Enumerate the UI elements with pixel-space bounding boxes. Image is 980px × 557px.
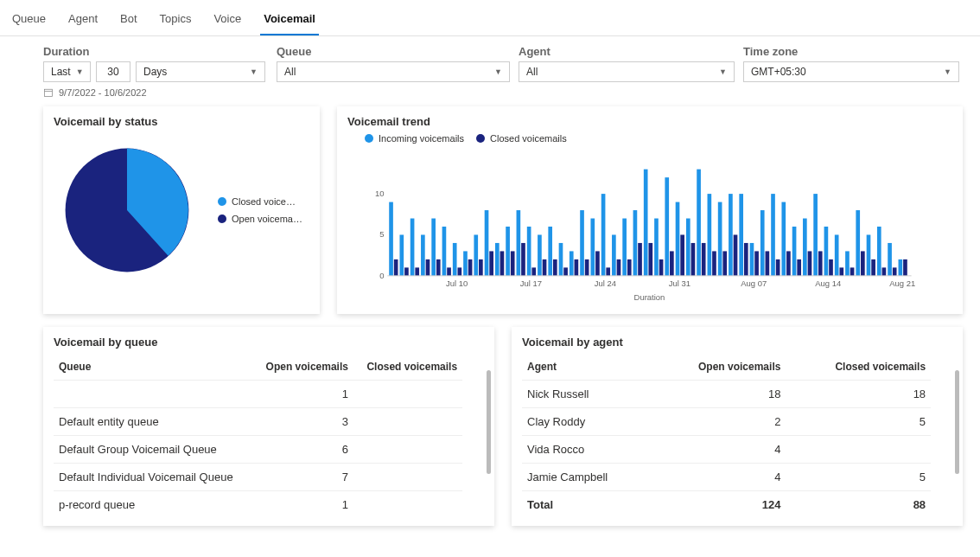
svg-rect-0 <box>45 89 53 96</box>
table-row[interactable]: Nick Russell1818 <box>522 381 931 408</box>
queue-dropdown[interactable]: All▼ <box>277 61 510 82</box>
tab-agent[interactable]: Agent <box>65 7 101 35</box>
svg-rect-89 <box>845 251 850 275</box>
scrollbar[interactable] <box>487 370 491 474</box>
svg-rect-44 <box>606 267 610 275</box>
table-row[interactable]: Vida Rocco4 <box>522 436 931 464</box>
total-row: Total 124 88 <box>522 491 931 519</box>
tab-voice[interactable]: Voice <box>210 7 245 35</box>
svg-rect-16 <box>457 267 461 275</box>
table-row[interactable]: Default entity queue3 <box>54 408 462 436</box>
col-open[interactable]: Open voicemails <box>253 354 353 381</box>
svg-rect-32 <box>543 259 547 276</box>
table-row[interactable]: p-record queue1 <box>54 491 462 519</box>
timezone-label: Time zone <box>743 45 968 58</box>
chevron-down-icon: ▼ <box>714 67 727 76</box>
svg-text:5: 5 <box>379 229 384 239</box>
svg-rect-8 <box>415 267 419 275</box>
duration-unit-dropdown[interactable]: Days▼ <box>136 61 265 82</box>
svg-text:Aug 21: Aug 21 <box>889 278 915 288</box>
svg-rect-14 <box>447 267 451 275</box>
svg-rect-72 <box>754 251 759 275</box>
svg-text:Aug 07: Aug 07 <box>741 278 767 288</box>
svg-rect-100 <box>903 259 907 276</box>
legend-closed[interactable]: Closed voicemails <box>476 133 567 144</box>
svg-rect-73 <box>760 210 765 276</box>
col-closed[interactable]: Closed voicemails <box>353 354 462 381</box>
svg-rect-21 <box>485 210 489 276</box>
agent-table: Agent Open voicemails Closed voicemails … <box>522 354 931 518</box>
svg-rect-66 <box>722 251 727 275</box>
legend-open[interactable]: Open voicema… <box>218 214 302 224</box>
legend-incoming[interactable]: Incoming voicemails <box>365 133 464 144</box>
svg-rect-48 <box>627 259 632 276</box>
chevron-down-icon: ▼ <box>489 67 502 76</box>
timezone-dropdown[interactable]: GMT+05:30▼ <box>743 61 959 82</box>
svg-rect-64 <box>712 251 716 275</box>
chevron-down-icon: ▼ <box>245 67 258 76</box>
svg-rect-11 <box>431 219 436 276</box>
svg-rect-71 <box>750 243 754 276</box>
chevron-down-icon: ▼ <box>939 67 951 76</box>
svg-rect-91 <box>856 210 860 276</box>
svg-rect-86 <box>829 259 833 276</box>
svg-rect-28 <box>521 243 525 276</box>
svg-rect-87 <box>835 234 839 275</box>
tab-queue[interactable]: Queue <box>9 7 49 35</box>
scrollbar[interactable] <box>955 370 959 474</box>
svg-rect-60 <box>691 243 696 276</box>
tab-topics[interactable]: Topics <box>156 7 195 35</box>
agent-dropdown[interactable]: All▼ <box>519 61 735 82</box>
pie-chart[interactable] <box>54 137 200 284</box>
svg-rect-96 <box>882 267 887 275</box>
chevron-down-icon: ▼ <box>71 67 84 76</box>
tab-voicemail[interactable]: Voicemail <box>260 7 319 35</box>
calendar-icon <box>43 87 54 98</box>
svg-rect-27 <box>517 210 521 276</box>
tab-bot[interactable]: Bot <box>117 7 141 35</box>
svg-rect-90 <box>850 267 855 275</box>
svg-rect-70 <box>744 243 748 276</box>
trend-bar-chart[interactable]: 0510 Jul 10Jul 17Jul 24Jul 31Aug 07Aug 1… <box>347 149 935 304</box>
svg-rect-15 <box>453 243 457 276</box>
col-agent[interactable]: Agent <box>522 354 652 381</box>
svg-rect-7 <box>410 219 415 276</box>
svg-rect-29 <box>527 227 531 276</box>
svg-rect-40 <box>585 259 589 276</box>
card-title: Voicemail by agent <box>522 336 952 349</box>
duration-value-input[interactable]: 30 <box>96 61 130 82</box>
svg-rect-75 <box>771 194 775 276</box>
svg-text:Jul 17: Jul 17 <box>520 278 542 288</box>
legend-swatch-icon <box>365 134 373 143</box>
svg-rect-3 <box>389 202 393 276</box>
duration-mode-dropdown[interactable]: Last▼ <box>43 61 91 82</box>
svg-rect-45 <box>612 234 616 275</box>
svg-rect-81 <box>803 219 807 276</box>
legend-closed[interactable]: Closed voice… <box>218 196 302 207</box>
svg-rect-33 <box>548 227 552 276</box>
table-row[interactable]: Default Group Voicemail Queue6 <box>54 436 462 464</box>
legend-swatch-icon <box>476 134 485 143</box>
table-row[interactable]: Default Individual Voicemail Queue7 <box>54 464 462 491</box>
col-open[interactable]: Open voicemails <box>652 354 786 381</box>
svg-rect-31 <box>538 234 542 275</box>
svg-rect-13 <box>442 227 447 276</box>
svg-rect-9 <box>421 234 425 275</box>
svg-rect-5 <box>399 234 404 275</box>
svg-rect-41 <box>590 219 595 276</box>
svg-rect-58 <box>680 234 684 275</box>
svg-rect-30 <box>531 267 536 275</box>
table-row[interactable]: Jamie Campbell45 <box>522 464 931 491</box>
col-closed[interactable]: Closed voicemails <box>786 354 931 381</box>
table-row[interactable]: Clay Roddy25 <box>522 408 931 436</box>
svg-rect-92 <box>861 251 865 275</box>
duration-label: Duration <box>43 45 277 58</box>
svg-rect-78 <box>786 251 791 275</box>
svg-text:Jul 10: Jul 10 <box>446 278 468 288</box>
col-queue[interactable]: Queue <box>54 354 253 381</box>
queue-label: Queue <box>277 45 519 58</box>
svg-rect-59 <box>686 219 690 276</box>
table-row[interactable]: 1 <box>54 381 462 408</box>
svg-rect-35 <box>559 243 563 276</box>
svg-rect-47 <box>622 219 627 276</box>
